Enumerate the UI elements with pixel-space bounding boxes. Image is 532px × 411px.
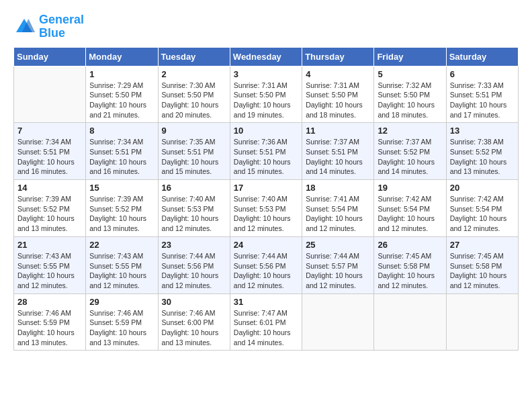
day-info: Sunrise: 7:47 AM Sunset: 6:01 PM Dayligh… — [234, 308, 298, 348]
day-info: Sunrise: 7:42 AM Sunset: 5:54 PM Dayligh… — [450, 194, 515, 234]
calendar-cell: 17Sunrise: 7:40 AM Sunset: 5:53 PM Dayli… — [230, 180, 302, 237]
day-number: 22 — [89, 240, 154, 250]
calendar-cell: 11Sunrise: 7:37 AM Sunset: 5:51 PM Dayli… — [302, 123, 374, 180]
calendar-body: 1Sunrise: 7:29 AM Sunset: 5:50 PM Daylig… — [14, 66, 519, 351]
calendar-week-row: 21Sunrise: 7:43 AM Sunset: 5:55 PM Dayli… — [14, 236, 519, 293]
day-info: Sunrise: 7:32 AM Sunset: 5:50 PM Dayligh… — [378, 81, 442, 120]
day-number: 4 — [306, 69, 370, 79]
day-info: Sunrise: 7:45 AM Sunset: 5:58 PM Dayligh… — [378, 251, 442, 291]
day-number: 2 — [162, 69, 226, 79]
logo: General Blue — [13, 13, 84, 40]
calendar-cell: 15Sunrise: 7:39 AM Sunset: 5:52 PM Dayli… — [86, 180, 158, 237]
day-info: Sunrise: 7:35 AM Sunset: 5:51 PM Dayligh… — [162, 137, 226, 177]
logo-text: General Blue — [39, 13, 84, 40]
calendar-cell: 1Sunrise: 7:29 AM Sunset: 5:50 PM Daylig… — [86, 66, 158, 123]
day-info: Sunrise: 7:40 AM Sunset: 5:53 PM Dayligh… — [234, 194, 298, 234]
day-info: Sunrise: 7:46 AM Sunset: 5:59 PM Dayligh… — [89, 308, 154, 348]
weekday-header: Friday — [374, 47, 446, 66]
calendar-cell: 18Sunrise: 7:41 AM Sunset: 5:54 PM Dayli… — [302, 180, 374, 237]
calendar-cell: 2Sunrise: 7:30 AM Sunset: 5:50 PM Daylig… — [158, 66, 230, 123]
calendar-table: SundayMondayTuesdayWednesdayThursdayFrid… — [13, 47, 519, 351]
day-number: 12 — [378, 126, 442, 136]
day-info: Sunrise: 7:43 AM Sunset: 5:55 PM Dayligh… — [89, 251, 154, 291]
calendar-cell — [14, 66, 86, 123]
day-info: Sunrise: 7:44 AM Sunset: 5:57 PM Dayligh… — [306, 251, 370, 291]
calendar-cell: 30Sunrise: 7:46 AM Sunset: 6:00 PM Dayli… — [158, 293, 230, 351]
calendar-week-row: 7Sunrise: 7:34 AM Sunset: 5:51 PM Daylig… — [14, 123, 519, 180]
day-info: Sunrise: 7:40 AM Sunset: 5:53 PM Dayligh… — [162, 194, 226, 234]
day-number: 16 — [162, 183, 226, 193]
calendar-cell: 16Sunrise: 7:40 AM Sunset: 5:53 PM Dayli… — [158, 180, 230, 237]
weekday-header: Sunday — [14, 47, 86, 66]
calendar-cell: 5Sunrise: 7:32 AM Sunset: 5:50 PM Daylig… — [374, 66, 446, 123]
weekday-header: Thursday — [302, 47, 374, 66]
day-info: Sunrise: 7:42 AM Sunset: 5:54 PM Dayligh… — [378, 194, 442, 234]
day-number: 29 — [89, 297, 154, 307]
day-info: Sunrise: 7:39 AM Sunset: 5:52 PM Dayligh… — [89, 194, 154, 234]
calendar-header-row: SundayMondayTuesdayWednesdayThursdayFrid… — [14, 47, 519, 66]
calendar-cell: 24Sunrise: 7:44 AM Sunset: 5:56 PM Dayli… — [230, 236, 302, 293]
calendar-cell — [446, 293, 518, 351]
day-info: Sunrise: 7:34 AM Sunset: 5:51 PM Dayligh… — [89, 137, 154, 177]
logo-icon — [13, 16, 35, 38]
calendar-cell: 25Sunrise: 7:44 AM Sunset: 5:57 PM Dayli… — [302, 236, 374, 293]
day-number: 21 — [17, 240, 82, 250]
calendar-cell: 4Sunrise: 7:31 AM Sunset: 5:50 PM Daylig… — [302, 66, 374, 123]
day-number: 6 — [450, 69, 515, 79]
calendar-cell: 20Sunrise: 7:42 AM Sunset: 5:54 PM Dayli… — [446, 180, 518, 237]
calendar-cell: 22Sunrise: 7:43 AM Sunset: 5:55 PM Dayli… — [86, 236, 158, 293]
calendar-cell: 27Sunrise: 7:45 AM Sunset: 5:58 PM Dayli… — [446, 236, 518, 293]
calendar-cell: 19Sunrise: 7:42 AM Sunset: 5:54 PM Dayli… — [374, 180, 446, 237]
day-info: Sunrise: 7:37 AM Sunset: 5:52 PM Dayligh… — [378, 137, 442, 177]
calendar-cell: 9Sunrise: 7:35 AM Sunset: 5:51 PM Daylig… — [158, 123, 230, 180]
calendar-cell — [374, 293, 446, 351]
day-info: Sunrise: 7:29 AM Sunset: 5:50 PM Dayligh… — [89, 81, 154, 120]
calendar-cell: 26Sunrise: 7:45 AM Sunset: 5:58 PM Dayli… — [374, 236, 446, 293]
day-number: 23 — [162, 240, 226, 250]
day-number: 14 — [17, 183, 82, 193]
day-info: Sunrise: 7:33 AM Sunset: 5:51 PM Dayligh… — [450, 81, 515, 120]
calendar-cell: 23Sunrise: 7:44 AM Sunset: 5:56 PM Dayli… — [158, 236, 230, 293]
day-number: 26 — [378, 240, 442, 250]
day-info: Sunrise: 7:43 AM Sunset: 5:55 PM Dayligh… — [17, 251, 82, 291]
day-number: 25 — [306, 240, 370, 250]
day-number: 10 — [234, 126, 298, 136]
weekday-header: Wednesday — [230, 47, 302, 66]
calendar-cell — [302, 293, 374, 351]
calendar-week-row: 1Sunrise: 7:29 AM Sunset: 5:50 PM Daylig… — [14, 66, 519, 123]
day-info: Sunrise: 7:34 AM Sunset: 5:51 PM Dayligh… — [17, 137, 82, 177]
day-number: 13 — [450, 126, 515, 136]
day-number: 28 — [17, 297, 82, 307]
day-info: Sunrise: 7:46 AM Sunset: 5:59 PM Dayligh… — [17, 308, 82, 348]
calendar-cell: 29Sunrise: 7:46 AM Sunset: 5:59 PM Dayli… — [86, 293, 158, 351]
day-number: 7 — [17, 126, 82, 136]
calendar-week-row: 28Sunrise: 7:46 AM Sunset: 5:59 PM Dayli… — [14, 293, 519, 351]
weekday-header: Monday — [86, 47, 158, 66]
calendar-cell: 28Sunrise: 7:46 AM Sunset: 5:59 PM Dayli… — [14, 293, 86, 351]
day-number: 27 — [450, 240, 515, 250]
calendar-cell: 3Sunrise: 7:31 AM Sunset: 5:50 PM Daylig… — [230, 66, 302, 123]
day-number: 3 — [234, 69, 298, 79]
calendar-cell: 7Sunrise: 7:34 AM Sunset: 5:51 PM Daylig… — [14, 123, 86, 180]
day-number: 30 — [162, 297, 226, 307]
day-info: Sunrise: 7:39 AM Sunset: 5:52 PM Dayligh… — [17, 194, 82, 234]
calendar-cell: 12Sunrise: 7:37 AM Sunset: 5:52 PM Dayli… — [374, 123, 446, 180]
calendar-cell: 21Sunrise: 7:43 AM Sunset: 5:55 PM Dayli… — [14, 236, 86, 293]
day-info: Sunrise: 7:31 AM Sunset: 5:50 PM Dayligh… — [234, 81, 298, 120]
day-info: Sunrise: 7:45 AM Sunset: 5:58 PM Dayligh… — [450, 251, 515, 291]
day-info: Sunrise: 7:36 AM Sunset: 5:51 PM Dayligh… — [234, 137, 298, 177]
day-number: 1 — [89, 69, 154, 79]
day-info: Sunrise: 7:44 AM Sunset: 5:56 PM Dayligh… — [162, 251, 226, 291]
day-number: 18 — [306, 183, 370, 193]
calendar-cell: 10Sunrise: 7:36 AM Sunset: 5:51 PM Dayli… — [230, 123, 302, 180]
weekday-header: Saturday — [446, 47, 518, 66]
day-number: 11 — [306, 126, 370, 136]
day-info: Sunrise: 7:41 AM Sunset: 5:54 PM Dayligh… — [306, 194, 370, 234]
day-number: 31 — [234, 297, 298, 307]
day-number: 9 — [162, 126, 226, 136]
calendar-cell: 8Sunrise: 7:34 AM Sunset: 5:51 PM Daylig… — [86, 123, 158, 180]
day-number: 19 — [378, 183, 442, 193]
day-info: Sunrise: 7:44 AM Sunset: 5:56 PM Dayligh… — [234, 251, 298, 291]
day-number: 5 — [378, 69, 442, 79]
day-number: 15 — [89, 183, 154, 193]
